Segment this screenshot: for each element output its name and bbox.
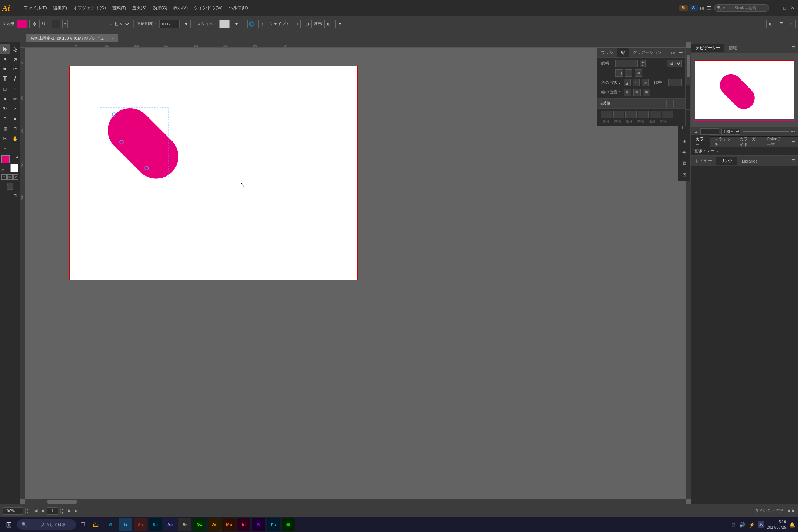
menu-file[interactable]: ファイル(F): [21, 4, 50, 12]
page-up-btn[interactable]: ▲: [60, 508, 65, 511]
menu-select[interactable]: 選択(S): [129, 4, 149, 12]
style-more-btn[interactable]: ▾: [232, 20, 241, 28]
magic-wand-tool[interactable]: ✦: [0, 54, 10, 64]
zoom-down-btn[interactable]: ▼: [25, 511, 30, 514]
none-mode-btn[interactable]: ⊘: [13, 174, 18, 180]
stock-button[interactable]: St: [690, 5, 698, 11]
nav-zoom-slider[interactable]: [743, 131, 789, 132]
brush-tab[interactable]: ブラシ: [597, 48, 617, 57]
taskbar-app-ln[interactable]: ■: [282, 518, 295, 531]
stroke-arrow[interactable]: [29, 20, 40, 28]
corner-miter-btn[interactable]: ◢: [624, 79, 631, 86]
close-button[interactable]: ✕: [790, 5, 796, 11]
hand-tool[interactable]: ✋: [10, 134, 20, 144]
minimize-button[interactable]: –: [775, 5, 780, 11]
nav-zoom-input[interactable]: 100%: [700, 128, 719, 135]
color-reset-btn[interactable]: ⊡: [1, 168, 4, 172]
taskbar-app-ps[interactable]: Ps: [267, 518, 280, 531]
image-icon[interactable]: ⊡: [679, 169, 690, 180]
bridge-button[interactable]: Br: [679, 5, 688, 11]
rect-tool[interactable]: □: [0, 84, 10, 94]
taskbar-app-id[interactable]: Id: [237, 518, 250, 531]
transform-more-btn[interactable]: ▾: [335, 20, 344, 28]
nav-zoom-dropdown[interactable]: 100%: [721, 129, 740, 135]
ellipse-tool[interactable]: ○: [10, 84, 20, 94]
grid-icon[interactable]: ⊞: [700, 5, 705, 11]
align-center-btn[interactable]: ⊟: [624, 89, 631, 96]
panel-menu-btn[interactable]: ☰: [676, 50, 685, 55]
battery-icon[interactable]: ⚡: [748, 522, 756, 528]
fill-color-swatch[interactable]: [17, 20, 27, 28]
page-input[interactable]: [47, 507, 58, 515]
shape-select-btn[interactable]: ⊡: [303, 20, 312, 28]
rotate-tool[interactable]: ↻: [0, 104, 10, 114]
pencil-tool[interactable]: ✏: [10, 94, 20, 104]
page-prev-btn[interactable]: ◀: [40, 508, 45, 513]
weight-input[interactable]: [615, 60, 638, 67]
task-view-btn[interactable]: ❐: [78, 518, 88, 531]
align-outside-btn[interactable]: ⊠: [643, 89, 650, 96]
layout-icon[interactable]: ☰: [707, 5, 712, 11]
align-btn[interactable]: ⊹: [258, 20, 267, 28]
stroke-tab[interactable]: 線: [617, 48, 629, 57]
taskbar-app-edge[interactable]: e: [104, 518, 117, 531]
weight-up[interactable]: ▲: [640, 60, 645, 64]
symbol-tool[interactable]: ♦: [10, 114, 20, 124]
cap-round-btn[interactable]: ⌒: [625, 69, 632, 77]
weight-unit-dropdown[interactable]: pt: [667, 60, 682, 67]
dashes-opt-1[interactable]: --: [666, 100, 674, 107]
horizontal-scrollbar[interactable]: [25, 499, 686, 504]
line-tool[interactable]: /: [10, 74, 20, 84]
view-mode-full[interactable]: ⬛: [1, 182, 18, 190]
opacity-more-btn[interactable]: ▾: [182, 20, 191, 28]
taskbar-app-br[interactable]: Br: [178, 518, 191, 531]
direct-select-tool[interactable]: [10, 44, 20, 54]
menu-icon[interactable]: ≡: [787, 20, 796, 28]
color-swap-btn[interactable]: ⇄: [16, 155, 18, 159]
stroke-color-swatch[interactable]: [52, 20, 60, 28]
layers-tab[interactable]: レイヤー: [691, 157, 716, 165]
weight-spin[interactable]: ▲ ▼: [640, 60, 646, 67]
type-tool[interactable]: T: [0, 74, 10, 84]
taskbar-app-mu[interactable]: Mu: [222, 518, 236, 531]
navigator-tab[interactable]: ナビゲーター: [691, 44, 724, 52]
gap-2-input[interactable]: [638, 111, 649, 118]
zoom-in-icon[interactable]: ▲: [694, 129, 698, 134]
normal-screen-btn[interactable]: □: [0, 191, 10, 201]
menu-type[interactable]: 書式(T): [109, 4, 129, 12]
language-btn[interactable]: あ: [758, 521, 764, 528]
taskbar-app-pr[interactable]: Pr: [252, 518, 265, 531]
menu-effect[interactable]: 効果(C): [150, 4, 170, 12]
page-last-btn[interactable]: ▶|: [74, 508, 79, 513]
arrange-icon[interactable]: ⊞: [766, 20, 775, 28]
selection-tool[interactable]: [0, 44, 10, 54]
hscroll-thumb[interactable]: [47, 500, 77, 504]
gap-1-input[interactable]: [613, 111, 624, 118]
align-inside-btn[interactable]: ⊞: [633, 89, 641, 96]
lasso-tool[interactable]: ⌀: [10, 54, 20, 64]
color-panel-menu-btn[interactable]: ☰: [788, 139, 798, 144]
network-icon[interactable]: ⊟: [731, 522, 736, 528]
gradient-tab[interactable]: グラデーション: [629, 48, 665, 57]
stroke-color-arrow[interactable]: ▾: [62, 20, 68, 28]
wave-icon[interactable]: 〜: [791, 129, 795, 134]
menu-object[interactable]: オブジェクト(O): [70, 4, 109, 12]
pen-tool[interactable]: ✒: [0, 64, 10, 74]
info-tab[interactable]: 情報: [724, 44, 741, 52]
dash-3-input[interactable]: [650, 111, 661, 118]
corner-bevel-btn[interactable]: ▱: [642, 79, 649, 86]
layers-icon[interactable]: ⧉: [679, 158, 690, 168]
blend-tool[interactable]: ⊕: [0, 114, 10, 124]
dash-1-input[interactable]: [601, 111, 612, 118]
vscroll-thumb[interactable]: [687, 55, 690, 77]
foreground-color-swatch[interactable]: [1, 155, 10, 163]
links-tab[interactable]: リンク: [716, 157, 737, 165]
chart-tool[interactable]: ▦: [0, 124, 10, 134]
menu-help[interactable]: ヘルプ(H): [226, 4, 251, 12]
taskbar-app-ai[interactable]: Ai: [208, 518, 221, 531]
zoom-input[interactable]: [3, 507, 23, 515]
search-box[interactable]: 🔍 Adobe Stock を検索: [714, 4, 769, 12]
taskbar-app-explorer[interactable]: 🗂: [89, 518, 103, 531]
tab-close-btn[interactable]: ×: [112, 37, 114, 40]
taskbar-app-dw[interactable]: Dw: [193, 518, 206, 531]
